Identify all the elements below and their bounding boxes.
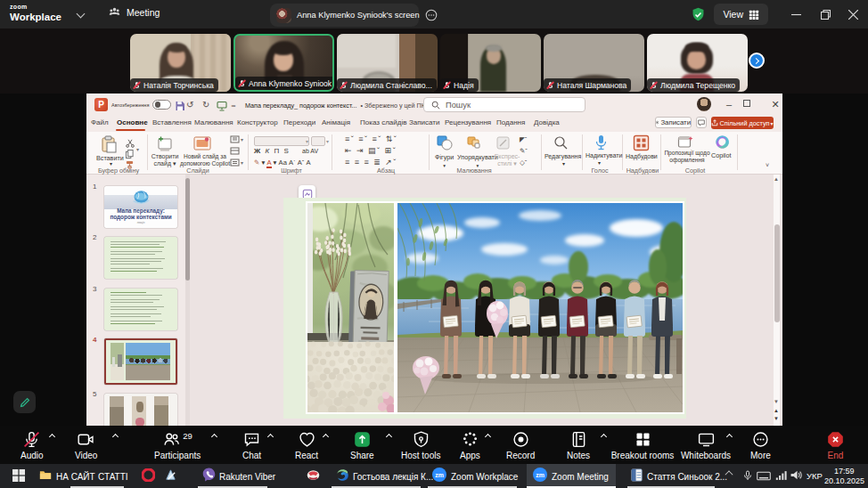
svg-text:▾: ▾ xyxy=(241,160,243,166)
svg-text:▾: ▾ xyxy=(241,137,243,142)
